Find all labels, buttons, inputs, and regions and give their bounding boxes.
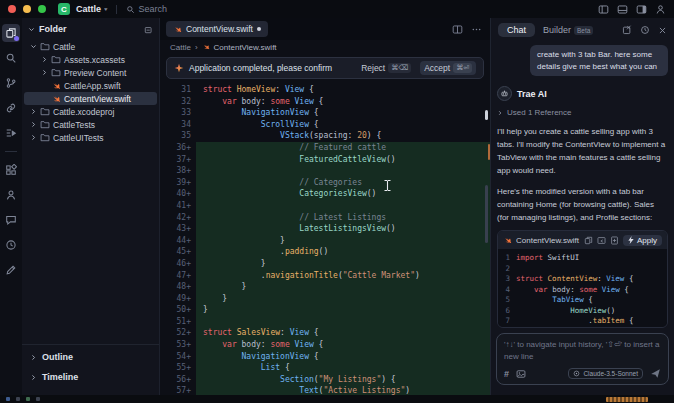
sidebar-header[interactable]: Folder — [22, 18, 159, 40]
tab-contentview-swift[interactable]: ContentView.swift — [166, 21, 268, 37]
tree-item-cattle[interactable]: Cattle — [24, 40, 157, 53]
breadcrumb-project[interactable]: Cattle — [170, 43, 191, 52]
code-block-filename: ContentView.swift — [516, 236, 580, 245]
chat-icon[interactable] — [2, 211, 20, 229]
line-content: } — [196, 281, 490, 293]
line-content: struct SalesView: View { — [196, 327, 490, 339]
link-icon[interactable] — [2, 99, 20, 117]
new-chat-icon[interactable] — [622, 25, 632, 35]
toggle-bottom-panel-icon[interactable] — [617, 4, 628, 15]
accept-shortcut: ⌘⏎ — [453, 63, 472, 73]
tree-item-cattletests[interactable]: CattleTests — [24, 118, 157, 131]
tree-item-assets-xcassets[interactable]: Assets.xcassets — [24, 53, 157, 66]
context-hash-icon[interactable]: # — [504, 369, 509, 379]
line-number: 8 — [498, 327, 510, 328]
tree-item-cattleapp-swift[interactable]: CattleApp.swift — [24, 79, 157, 92]
line-number: 54+ — [160, 351, 196, 363]
project-name[interactable]: Cattle — [76, 4, 101, 14]
minimize-window-button[interactable] — [23, 5, 31, 13]
close-icon[interactable] — [658, 26, 667, 35]
line-content — [516, 264, 667, 275]
extensions-icon[interactable] — [2, 161, 20, 179]
code-line-54: 54+ NavigationView { — [160, 351, 490, 363]
line-content: import SwiftUI — [516, 253, 667, 264]
swift-file-icon — [51, 94, 61, 104]
tree-item-label: Assets.xcassets — [64, 55, 125, 65]
tree-item-cattle-xcodeproj[interactable]: Cattle.xcodeproj — [24, 105, 157, 118]
app-window: C Cattle ▾ Search Folder CattleAssets.xc… — [0, 0, 674, 403]
line-number: 51+ — [160, 316, 196, 328]
outline-section[interactable]: Outline — [22, 347, 159, 367]
code-line-46: 46+ } — [160, 258, 490, 270]
tree-item-preview-content[interactable]: Preview Content — [24, 66, 157, 79]
line-number: 46+ — [160, 258, 196, 270]
explorer-icon[interactable] — [2, 24, 20, 42]
chat-panel-header: Chat Builder Beta — [491, 18, 674, 42]
copy-icon[interactable] — [584, 236, 593, 245]
history-icon[interactable] — [640, 25, 650, 35]
tab-chat[interactable]: Chat — [498, 23, 535, 37]
line-number: 39+ — [160, 177, 196, 189]
code-editor[interactable]: 31struct HomeView: View {32 var body: so… — [160, 84, 490, 395]
chevron-right-icon — [40, 56, 48, 63]
account-icon[interactable] — [2, 186, 20, 204]
timeline-section[interactable]: Timeline — [22, 367, 159, 387]
line-number: 3 — [498, 274, 510, 285]
chat-messages[interactable]: create with 3 tab Bar. here some details… — [491, 42, 674, 329]
used-references-toggle[interactable]: Used 1 Reference — [497, 108, 668, 117]
global-search[interactable]: Search — [126, 4, 168, 14]
more-actions-icon[interactable] — [471, 24, 482, 35]
line-content: } — [196, 304, 490, 316]
line-number: 49+ — [160, 293, 196, 305]
scrollbar-view-marker[interactable] — [485, 110, 488, 120]
code-line-37: 37+ FeaturedCattleView() — [160, 154, 490, 166]
tree-item-cattleuitests[interactable]: CattleUITests — [24, 131, 157, 144]
run-debug-icon[interactable] — [2, 124, 20, 142]
title-bar: C Cattle ▾ Search — [0, 0, 674, 18]
line-content: var body: some View { — [516, 285, 667, 296]
tree-item-label: CattleTests — [53, 120, 95, 130]
chevron-right-icon — [30, 354, 37, 361]
send-icon[interactable] — [650, 368, 661, 379]
sidebar-bottom-sections: Outline Timeline — [22, 344, 159, 387]
scrollbar-thumb[interactable] — [485, 185, 488, 243]
search-icon[interactable] — [2, 49, 20, 67]
tab-builder[interactable]: Builder Beta — [543, 25, 593, 35]
status-bar — [0, 395, 674, 403]
reject-button[interactable]: Reject ⌘⌫ — [357, 61, 415, 75]
close-window-button[interactable] — [8, 5, 16, 13]
line-content: // Featured cattle — [196, 142, 490, 154]
code-line-43: 43+ LatestListingsView() — [160, 223, 490, 235]
zoom-window-button[interactable] — [38, 5, 46, 13]
breadcrumb-file[interactable]: ContentView.swift — [214, 43, 277, 52]
folder-icon — [40, 42, 50, 51]
attach-image-icon[interactable] — [516, 369, 526, 379]
chevron-right-icon — [30, 374, 37, 381]
folder-icon — [51, 55, 61, 64]
history-icon[interactable] — [2, 236, 20, 254]
tree-item-contentview-swift[interactable]: ContentView.swift — [24, 92, 157, 105]
sidebar-divider — [22, 344, 159, 345]
status-indicator — [26, 397, 30, 401]
breadcrumb[interactable]: Cattle › ContentView.swift — [160, 40, 490, 54]
apply-button[interactable]: Apply — [623, 235, 662, 246]
line-number: 1 — [498, 253, 510, 264]
text-cursor-icon — [383, 179, 392, 192]
pen-icon[interactable] — [2, 261, 20, 279]
collapse-all-icon[interactable] — [144, 25, 153, 34]
tree-item-label: Cattle.xcodeproj — [53, 107, 114, 117]
line-number: 47+ — [160, 270, 196, 282]
toggle-right-panel-icon[interactable] — [636, 4, 647, 15]
model-selector[interactable]: Claude-3.5-Sonnet — [568, 368, 643, 379]
source-control-icon[interactable] — [2, 74, 20, 92]
line-content: FeaturedCattleView() — [196, 154, 490, 166]
split-editor-icon[interactable] — [452, 24, 463, 35]
insert-into-editor-icon[interactable] — [597, 236, 606, 245]
accept-button[interactable]: Accept ⌘⏎ — [420, 61, 476, 75]
account-icon[interactable] — [655, 4, 666, 15]
chat-input[interactable]: '↑↓' to navigate input history, '⇧⏎' to … — [496, 333, 669, 385]
new-file-icon[interactable] — [610, 236, 619, 245]
toggle-left-panel-icon[interactable] — [598, 4, 609, 15]
breadcrumb-separator: › — [195, 43, 198, 52]
code-line-2: 2 — [498, 264, 667, 275]
